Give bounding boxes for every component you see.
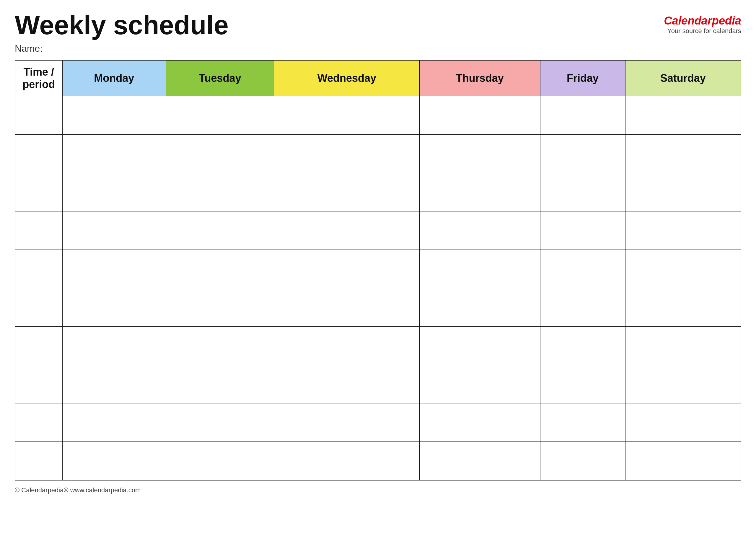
table-cell[interactable]	[166, 365, 274, 403]
table-cell[interactable]	[62, 403, 166, 442]
logo-pedia-text: pedia	[712, 14, 741, 27]
table-cell[interactable]	[274, 403, 419, 442]
table-cell[interactable]	[15, 288, 62, 327]
table-cell[interactable]	[540, 135, 625, 173]
table-cell[interactable]	[166, 250, 274, 288]
title-section: Weekly schedule Name:	[15, 12, 229, 54]
table-cell[interactable]	[62, 442, 166, 480]
table-header: Time / period Monday Tuesday Wednesday T…	[15, 60, 741, 96]
col-header-tuesday: Tuesday	[166, 60, 274, 96]
table-cell[interactable]	[15, 442, 62, 480]
table-cell[interactable]	[62, 288, 166, 327]
schedule-table: Time / period Monday Tuesday Wednesday T…	[15, 60, 741, 480]
logo-section: Calendarpedia Your source for calendars	[664, 15, 741, 35]
table-row	[15, 250, 741, 288]
table-cell[interactable]	[274, 211, 419, 250]
table-cell[interactable]	[419, 250, 540, 288]
name-label: Name:	[15, 43, 229, 54]
table-cell[interactable]	[62, 211, 166, 250]
table-cell[interactable]	[15, 96, 62, 135]
table-cell[interactable]	[166, 135, 274, 173]
table-cell[interactable]	[419, 327, 540, 365]
table-cell[interactable]	[15, 250, 62, 288]
table-cell[interactable]	[166, 288, 274, 327]
footer: © Calendarpedia® www.calendarpedia.com	[15, 486, 741, 494]
col-header-friday: Friday	[540, 60, 625, 96]
table-row	[15, 135, 741, 173]
table-cell[interactable]	[274, 135, 419, 173]
table-cell[interactable]	[419, 96, 540, 135]
table-cell[interactable]	[15, 173, 62, 211]
table-cell[interactable]	[419, 403, 540, 442]
table-cell[interactable]	[540, 365, 625, 403]
table-cell[interactable]	[540, 250, 625, 288]
col-header-time: Time / period	[15, 60, 62, 96]
table-cell[interactable]	[625, 250, 741, 288]
table-row	[15, 173, 741, 211]
table-cell[interactable]	[62, 327, 166, 365]
table-cell[interactable]	[540, 327, 625, 365]
table-cell[interactable]	[419, 135, 540, 173]
table-cell[interactable]	[15, 135, 62, 173]
header-row: Time / period Monday Tuesday Wednesday T…	[15, 60, 741, 96]
table-cell[interactable]	[625, 96, 741, 135]
logo-calendar-text: Calendar	[664, 14, 712, 27]
table-cell[interactable]	[62, 135, 166, 173]
table-cell[interactable]	[419, 442, 540, 480]
table-row	[15, 442, 741, 480]
table-cell[interactable]	[15, 403, 62, 442]
table-cell[interactable]	[274, 96, 419, 135]
table-cell[interactable]	[419, 173, 540, 211]
table-cell[interactable]	[166, 442, 274, 480]
table-cell[interactable]	[166, 327, 274, 365]
table-cell[interactable]	[166, 96, 274, 135]
table-cell[interactable]	[625, 288, 741, 327]
table-body	[15, 96, 741, 480]
table-cell[interactable]	[419, 211, 540, 250]
table-cell[interactable]	[540, 96, 625, 135]
table-cell[interactable]	[62, 96, 166, 135]
table-cell[interactable]	[274, 250, 419, 288]
table-row	[15, 288, 741, 327]
table-cell[interactable]	[166, 211, 274, 250]
table-row	[15, 403, 741, 442]
table-cell[interactable]	[540, 211, 625, 250]
table-cell[interactable]	[625, 327, 741, 365]
table-cell[interactable]	[166, 173, 274, 211]
table-cell[interactable]	[15, 211, 62, 250]
table-cell[interactable]	[419, 288, 540, 327]
table-cell[interactable]	[625, 403, 741, 442]
table-cell[interactable]	[274, 327, 419, 365]
table-cell[interactable]	[540, 288, 625, 327]
table-cell[interactable]	[274, 442, 419, 480]
table-cell[interactable]	[540, 442, 625, 480]
logo-brand: Calendarpedia	[664, 15, 741, 27]
col-header-wednesday: Wednesday	[274, 60, 419, 96]
page-title: Weekly schedule	[15, 12, 229, 38]
table-row	[15, 96, 741, 135]
table-cell[interactable]	[540, 173, 625, 211]
table-row	[15, 211, 741, 250]
table-row	[15, 365, 741, 403]
table-cell[interactable]	[419, 365, 540, 403]
table-cell[interactable]	[62, 173, 166, 211]
table-cell[interactable]	[625, 442, 741, 480]
table-cell[interactable]	[274, 173, 419, 211]
table-row	[15, 327, 741, 365]
table-cell[interactable]	[15, 327, 62, 365]
logo-subtitle: Your source for calendars	[667, 27, 741, 35]
table-cell[interactable]	[625, 173, 741, 211]
table-cell[interactable]	[625, 211, 741, 250]
table-cell[interactable]	[62, 365, 166, 403]
col-header-monday: Monday	[62, 60, 166, 96]
table-cell[interactable]	[625, 135, 741, 173]
copyright-text: © Calendarpedia® www.calendarpedia.com	[15, 486, 141, 494]
table-cell[interactable]	[62, 250, 166, 288]
table-cell[interactable]	[166, 403, 274, 442]
col-header-saturday: Saturday	[625, 60, 741, 96]
table-cell[interactable]	[274, 365, 419, 403]
table-cell[interactable]	[274, 288, 419, 327]
table-cell[interactable]	[625, 365, 741, 403]
table-cell[interactable]	[540, 403, 625, 442]
table-cell[interactable]	[15, 365, 62, 403]
